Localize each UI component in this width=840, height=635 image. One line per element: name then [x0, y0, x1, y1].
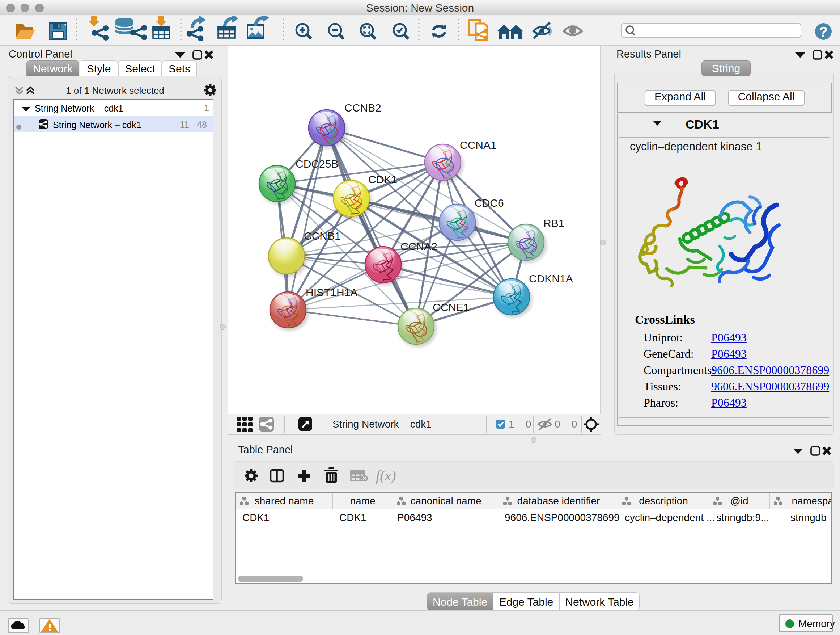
- svg-text:CCNE1: CCNE1: [433, 301, 470, 313]
- svg-text:CDKN1A: CDKN1A: [529, 272, 573, 285]
- svg-text:RB1: RB1: [543, 217, 564, 229]
- svg-text:CCNB1: CCNB1: [304, 230, 341, 242]
- svg-text:CDC6: CDC6: [474, 197, 504, 209]
- svg-text:String Network – cdk1: String Network – cdk1: [332, 418, 431, 430]
- svg-text:?: ?: [819, 24, 827, 40]
- svg-text:CCNB2: CCNB2: [344, 102, 381, 114]
- svg-text:CCNA2: CCNA2: [401, 241, 437, 252]
- svg-text:CDC25B: CDC25B: [295, 158, 338, 170]
- svg-text:HIST1H1A: HIST1H1A: [306, 287, 357, 298]
- svg-text:0 – 0: 0 – 0: [554, 418, 577, 430]
- svg-text:CDK1: CDK1: [368, 173, 397, 185]
- svg-text:1 – 0: 1 – 0: [508, 418, 531, 430]
- svg-text:f(x): f(x): [376, 467, 396, 484]
- svg-text:CCNA1: CCNA1: [460, 139, 497, 151]
